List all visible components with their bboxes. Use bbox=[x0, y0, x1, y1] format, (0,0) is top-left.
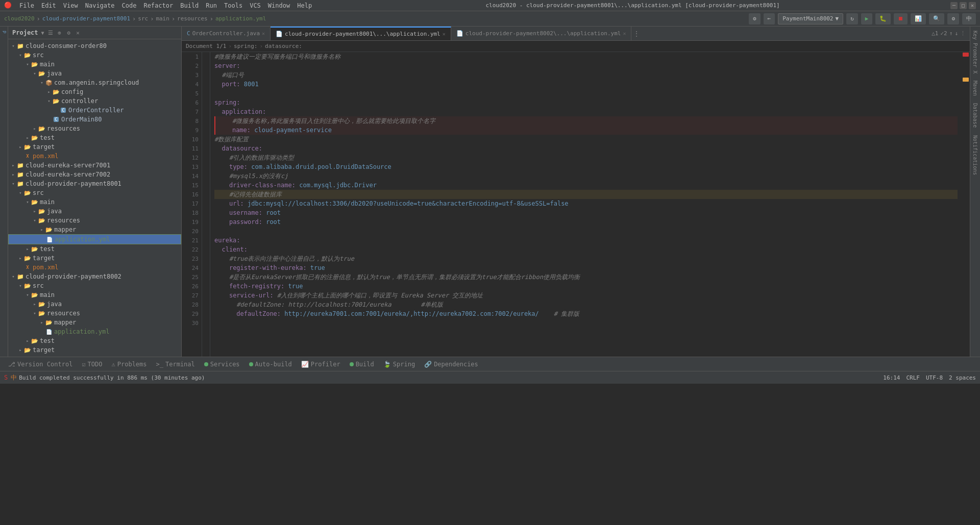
tree-item-src[interactable]: ▾📂src bbox=[8, 51, 181, 60]
tree-item-controller[interactable]: ▾📂controller bbox=[8, 96, 181, 106]
menu-code[interactable]: Code bbox=[119, 1, 140, 10]
tree-item-cloud-provider-payment8001[interactable]: ▾📁cloud-provider-payment8001 bbox=[8, 179, 181, 188]
bottom-tab-autobuild[interactable]: Auto-build bbox=[245, 357, 296, 371]
bottom-tab-todo[interactable]: ☑ TODO bbox=[78, 357, 106, 371]
tree-item-application-yml[interactable]: 📄application.yml bbox=[8, 327, 181, 336]
encoding[interactable]: UTF-8 bbox=[926, 374, 943, 381]
tree-item-test[interactable]: ▸📂test bbox=[8, 133, 181, 142]
settings-button[interactable]: ⚙ bbox=[947, 13, 959, 24]
tree-item-ordercontroller[interactable]: COrderController bbox=[8, 106, 181, 115]
tree-item-java[interactable]: ▾📂java bbox=[8, 69, 181, 78]
menu-edit[interactable]: Edit bbox=[38, 1, 59, 10]
project-icon[interactable]: P bbox=[1, 29, 8, 36]
tab-payment8001-close[interactable]: ✕ bbox=[443, 31, 446, 37]
refresh-button[interactable]: ↻ bbox=[846, 13, 858, 24]
bottom-tab-build[interactable]: Build bbox=[346, 357, 378, 371]
maximize-button[interactable]: □ bbox=[960, 2, 967, 9]
bottom-tab-problems[interactable]: ⚠ Problems bbox=[108, 357, 151, 371]
menu-build[interactable]: Build bbox=[177, 1, 202, 10]
bottom-tab-dependencies[interactable]: 🔗 Dependencies bbox=[420, 357, 482, 371]
tree-item-target[interactable]: ▸📂target bbox=[8, 142, 181, 152]
tree-item-java[interactable]: ▸📂java bbox=[8, 207, 181, 216]
tree-item-resources[interactable]: ▸📂resources bbox=[8, 124, 181, 133]
tree-item-src[interactable]: ▾📂src bbox=[8, 281, 181, 290]
crlf[interactable]: CRLF bbox=[906, 374, 920, 381]
menu-navigate[interactable]: Navigate bbox=[82, 1, 118, 10]
search-button[interactable]: 🔍 bbox=[929, 13, 944, 24]
tree-type-icon: 📂 bbox=[45, 318, 53, 327]
tree-item-pom-xml[interactable]: Xpom.xml bbox=[8, 152, 181, 161]
tree-item-com-angenin-springcloud[interactable]: ▾📦com.angenin.springcloud bbox=[8, 78, 181, 87]
tree-item-mapper[interactable]: ▸📂mapper bbox=[8, 225, 181, 234]
nav-next[interactable]: ↓ bbox=[954, 30, 958, 37]
indent[interactable]: 2 spaces bbox=[949, 374, 976, 381]
tree-item-mapper[interactable]: ▸📂mapper bbox=[8, 318, 181, 327]
settings-proj-button[interactable]: ⚙ bbox=[65, 29, 73, 37]
minimize-button[interactable]: ─ bbox=[950, 2, 958, 9]
bottom-tab-spring[interactable]: 🍃 Spring bbox=[379, 357, 419, 371]
close-button[interactable]: ✕ bbox=[969, 2, 976, 9]
menu-tools[interactable]: Tools bbox=[221, 1, 246, 10]
menu-file[interactable]: File bbox=[16, 1, 37, 10]
tree-item-config[interactable]: ▸📂config bbox=[8, 87, 181, 96]
run-button[interactable]: ▶ bbox=[861, 13, 873, 24]
tree-item-main[interactable]: ▾📂main bbox=[8, 197, 181, 207]
tree-item-resources[interactable]: ▾📂resources bbox=[8, 309, 181, 318]
nav-prev[interactable]: ↑ bbox=[949, 30, 953, 37]
close-panel-button[interactable]: ✕ bbox=[74, 29, 82, 37]
right-database[interactable]: Database bbox=[972, 101, 978, 130]
tree-item-src[interactable]: ▾📂src bbox=[8, 188, 181, 197]
tree-item-cloud-provider-payment8002[interactable]: ▾📁cloud-provider-payment8002 bbox=[8, 272, 181, 281]
tree-item-cloud-consumer-order80[interactable]: ▾📁cloud-consumer-order80 bbox=[8, 41, 181, 51]
bottom-tab-vcs[interactable]: ⎇ Version Control bbox=[4, 357, 77, 371]
menu-window[interactable]: Window bbox=[265, 1, 293, 10]
bottom-tab-profiler[interactable]: 📈 Profiler bbox=[297, 357, 345, 371]
menu-run[interactable]: Run bbox=[203, 1, 220, 10]
tree-item-target[interactable]: ▸📂target bbox=[8, 254, 181, 263]
stop-button[interactable]: ⏹ bbox=[894, 13, 908, 24]
tree-item-application-yml[interactable]: 📄application.yml bbox=[8, 234, 181, 244]
right-notifications[interactable]: Notifications bbox=[972, 133, 978, 177]
back-button[interactable]: ← bbox=[764, 13, 775, 24]
menu-vcs[interactable]: VCS bbox=[247, 1, 264, 10]
tree-item-resources[interactable]: ▾📂resources bbox=[8, 216, 181, 225]
right-key-promoter[interactable]: Key Promoter X bbox=[972, 29, 978, 76]
tree-item-main[interactable]: ▾📂main bbox=[8, 60, 181, 69]
bottom-tab-terminal[interactable]: >_ Terminal bbox=[152, 357, 199, 371]
tree-item-ordermain80[interactable]: COrderMain80 bbox=[8, 115, 181, 124]
line-col[interactable]: 16:14 bbox=[883, 374, 900, 381]
tree-item-cloud-eureka-server7002[interactable]: ▸📁cloud-eureka-server7002 bbox=[8, 170, 181, 179]
tree-item-test[interactable]: ▸📂test bbox=[8, 336, 181, 345]
right-maven[interactable]: Maven bbox=[972, 79, 978, 98]
tree-item-test[interactable]: ▸📂test bbox=[8, 244, 181, 254]
menu-help[interactable]: Help bbox=[294, 1, 315, 10]
tabs-overflow[interactable]: ⋮ bbox=[631, 30, 642, 37]
vcs-button[interactable]: ⚙ bbox=[749, 13, 761, 24]
debug-button[interactable]: 🐛 bbox=[875, 13, 891, 24]
tree-item-target[interactable]: ▸📂target bbox=[8, 345, 181, 355]
coverage-button[interactable]: 📊 bbox=[911, 13, 926, 24]
tree-item-main[interactable]: ▾📂main bbox=[8, 290, 181, 299]
tree-item-pom-xml[interactable]: Xpom.xml bbox=[8, 263, 181, 272]
bottom-tab-services[interactable]: Services bbox=[200, 357, 244, 371]
code-wrapper[interactable]: #微服务建议一定要写服务端口号和微服务名称server: #端口号 port: … bbox=[210, 52, 962, 357]
tree-item-java[interactable]: ▸📂java bbox=[8, 299, 181, 309]
collapse-all-button[interactable]: ☰ bbox=[46, 29, 55, 37]
code-line-11: datasource: bbox=[214, 144, 958, 153]
inspections-menu[interactable]: ⋮ bbox=[960, 30, 966, 37]
tab-payment8002-close[interactable]: ✕ bbox=[623, 31, 626, 36]
tree-item-cloud-eureka-server7001[interactable]: ▸📁cloud-eureka-server7001 bbox=[8, 161, 181, 170]
tab-payment8002-yml[interactable]: 📄 cloud-provider-payment8002\...\applica… bbox=[451, 27, 632, 41]
bc-spring[interactable]: spring: bbox=[234, 43, 257, 49]
translate-button[interactable]: 中 bbox=[962, 13, 976, 24]
menu-view[interactable]: View bbox=[60, 1, 81, 10]
tab-ordercontroller[interactable]: C OrderController.java ✕ bbox=[182, 27, 271, 41]
bc-datasource[interactable]: datasource: bbox=[265, 43, 302, 49]
tree-type-icon: 📁 bbox=[16, 161, 24, 169]
tab-payment8001-yml[interactable]: 📄 cloud-provider-payment8001\...\applica… bbox=[271, 27, 451, 41]
project-dropdown[interactable]: ▼ bbox=[41, 30, 44, 36]
menu-refactor[interactable]: Refactor bbox=[140, 1, 176, 10]
run-config[interactable]: PaymentMain8002 ▼ bbox=[778, 13, 843, 24]
tab-ordercontroller-close[interactable]: ✕ bbox=[262, 31, 265, 36]
scroll-to-source-button[interactable]: ⊕ bbox=[56, 29, 64, 37]
